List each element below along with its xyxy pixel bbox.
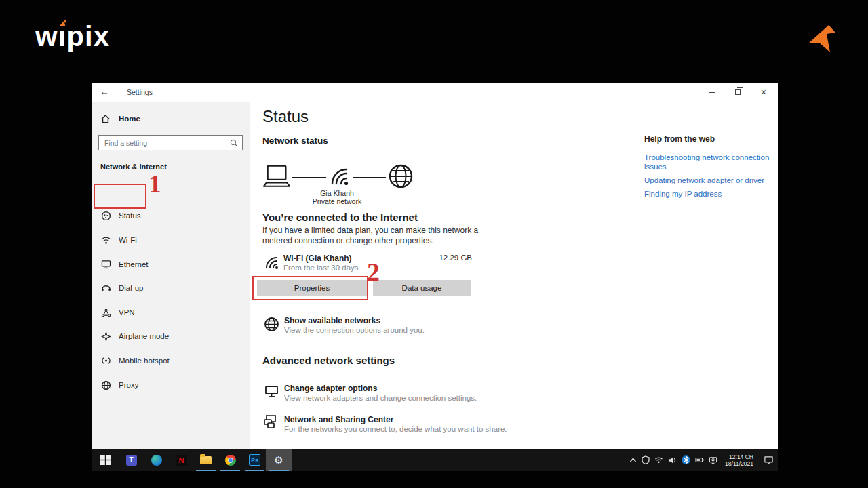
sidebar-item-label: Wi-Fi [119, 236, 137, 244]
tray-wifi-icon[interactable] [654, 456, 663, 464]
network-name: Gia Khanh [293, 189, 381, 197]
sharing-title[interactable]: Network and Sharing Center [284, 415, 393, 424]
sidebar-home-label: Home [119, 115, 140, 123]
action-center-icon[interactable] [764, 455, 774, 465]
airplane-icon [100, 331, 111, 342]
taskbar-photoshop[interactable]: Ps [242, 449, 267, 471]
sidebar-item-label: Status [119, 211, 141, 220]
help-link-updating[interactable]: Updating network adapter or driver [644, 176, 778, 185]
show-networks-subtitle: View the connection options around you. [284, 326, 425, 334]
search-input[interactable] [99, 139, 230, 147]
hotspot-icon [100, 356, 111, 365]
sidebar-item-label: VPN [119, 308, 135, 317]
connected-heading: You’re connected to the Internet [262, 211, 418, 223]
screen: ← Settings ✕ Home [92, 83, 778, 471]
open-indicator [196, 470, 216, 471]
adapter-subtitle: View network adapters and change connect… [284, 394, 477, 402]
sidebar: Home Network & Internet Status Wi-Fi [92, 102, 250, 449]
wifi-usage-icon [264, 255, 281, 270]
clock-time: 12:14 CH [725, 453, 753, 460]
wifi-usage-period: From the last 30 days [283, 264, 359, 272]
open-indicator [269, 470, 289, 471]
tray-shield-icon[interactable] [642, 455, 650, 464]
sidebar-item-label: Proxy [119, 381, 138, 389]
open-indicator [220, 470, 240, 471]
tray-display-sync-icon[interactable] [709, 456, 717, 464]
network-type: Private network [293, 197, 381, 205]
status-globe-icon [100, 211, 111, 221]
connection-line [353, 177, 386, 178]
windows-start-icon [100, 455, 111, 465]
connected-body: If you have a limited data plan, you can… [262, 226, 485, 246]
search-box [98, 135, 243, 150]
system-tray: 12:14 CH 18/11/2021 [629, 449, 774, 471]
sidebar-item-label: Airplane mode [119, 332, 169, 340]
teams-icon: T [126, 455, 137, 466]
sidebar-item-vpn[interactable]: VPN [92, 304, 250, 321]
file-explorer-icon [200, 456, 212, 464]
sidebar-item-airplane[interactable]: Airplane mode [92, 328, 250, 344]
photoshop-icon: Ps [249, 454, 260, 466]
window-controls: ✕ [707, 83, 768, 102]
close-button[interactable]: ✕ [759, 87, 768, 97]
advanced-heading: Advanced network settings [262, 354, 395, 366]
taskbar-file-explorer[interactable] [193, 449, 218, 471]
dialup-icon [100, 284, 111, 292]
wifi-signal-icon [328, 165, 351, 188]
sidebar-item-home[interactable]: Home [100, 113, 140, 125]
logo-arrow-icon [58, 18, 69, 28]
home-icon [100, 114, 111, 124]
page-title: Status [262, 107, 309, 126]
chrome-icon [225, 455, 236, 466]
settings-gear-icon: ⚙ [274, 454, 283, 466]
search-icon[interactable] [230, 139, 238, 147]
tray-battery-icon[interactable] [695, 456, 704, 464]
sidebar-item-status[interactable]: Status [92, 207, 250, 224]
sidebar-item-ethernet[interactable]: Ethernet [92, 256, 250, 272]
sidebar-item-label: Ethernet [119, 260, 148, 268]
settings-window: ← Settings ✕ Home [92, 83, 778, 449]
network-status-heading: Network status [262, 136, 328, 146]
tray-speaker-icon[interactable] [668, 456, 677, 464]
restore-button[interactable] [733, 87, 743, 97]
adapter-title[interactable]: Change adapter options [284, 384, 377, 393]
minimize-button[interactable] [707, 87, 717, 97]
connection-line [292, 177, 326, 178]
vpn-icon [100, 308, 111, 317]
taskbar-edge[interactable] [144, 449, 169, 471]
show-networks-title[interactable]: Show available networks [284, 316, 380, 325]
data-usage-button[interactable]: Data usage [373, 280, 471, 296]
netflix-icon: N [176, 455, 187, 466]
back-arrow-icon[interactable]: ← [100, 86, 109, 97]
clock-date: 18/11/2021 [725, 460, 753, 467]
help-link-troubleshooting[interactable]: Troubleshooting network connection issue… [644, 152, 776, 171]
sidebar-section-header: Network & Internet [100, 163, 167, 171]
tray-chevron-up-icon[interactable] [629, 457, 637, 463]
sidebar-item-dialup[interactable]: Dial-up [92, 280, 250, 296]
taskbar-teams[interactable]: T [119, 449, 144, 471]
minimize-icon [709, 92, 715, 93]
show-networks-icon [264, 317, 279, 332]
help-heading: Help from the web [644, 134, 715, 144]
wifi-connection-name: Wi-Fi (Gia Khanh) [283, 253, 352, 263]
internet-globe-icon [388, 163, 414, 189]
logo-letters: pix [66, 20, 110, 53]
start-button[interactable] [93, 449, 118, 471]
taskbar-chrome[interactable] [218, 449, 243, 471]
titlebar: ← Settings ✕ [92, 83, 778, 102]
taskbar-clock[interactable]: 12:14 CH 18/11/2021 [725, 453, 753, 467]
help-link-ip[interactable]: Finding my IP address [644, 189, 778, 199]
taskbar-settings[interactable]: ⚙ [266, 449, 292, 471]
properties-button[interactable]: Properties [257, 280, 367, 296]
taskbar-netflix[interactable]: N [169, 449, 194, 471]
sidebar-item-proxy[interactable]: Proxy [92, 377, 250, 393]
taskbar: T N Ps ⚙ [92, 449, 778, 471]
wifi-usage-value: 12.29 GB [417, 253, 472, 262]
edge-icon [151, 455, 162, 466]
sharing-subtitle: For the networks you connect to, decide … [284, 425, 507, 433]
adapter-icon [264, 385, 279, 398]
tray-bluetooth-icon[interactable] [682, 455, 690, 464]
proxy-icon [100, 380, 111, 390]
sidebar-item-hotspot[interactable]: Mobile hotspot [92, 352, 250, 369]
sidebar-item-wifi[interactable]: Wi-Fi [92, 232, 250, 248]
